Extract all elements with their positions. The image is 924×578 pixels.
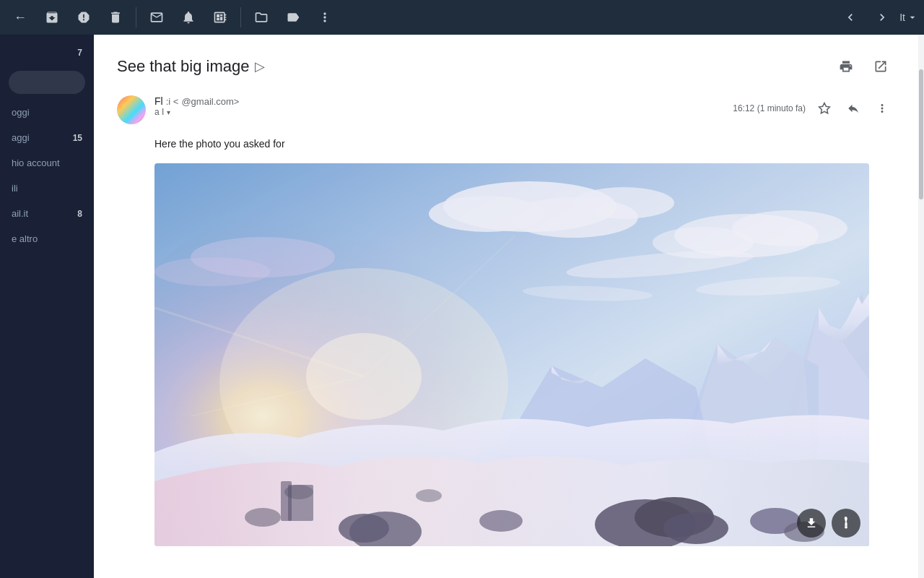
add-task-button[interactable] (206, 3, 235, 32)
sidebar-item-altro[interactable]: e altro (0, 226, 94, 251)
snooze-button[interactable] (174, 3, 203, 32)
label-button[interactable] (279, 3, 308, 32)
divider-1 (136, 7, 136, 27)
sidebar-item-inbox[interactable]: 7 (0, 40, 94, 65)
sidebar-aggi-label: aggi (12, 132, 30, 143)
star-button[interactable] (811, 95, 837, 121)
sidebar-item-aggi[interactable]: aggi 15 (0, 125, 94, 150)
sender-name-row: Fl :i < @gmail.com> (154, 95, 724, 107)
sidebar-item-oggi[interactable]: oggi (0, 100, 94, 125)
sender-to-label: a I (154, 107, 164, 117)
more-actions-button[interactable] (310, 3, 339, 32)
mountain-svg (154, 163, 869, 546)
email-view: See that big image ▷ (94, 35, 918, 578)
email-header-actions (832, 52, 895, 81)
more-message-button[interactable] (869, 95, 895, 121)
sidebar-account-label: hio account (12, 158, 60, 168)
sidebar-search (9, 71, 85, 94)
message-actions (811, 95, 895, 121)
mountain-image (154, 163, 869, 546)
spam-button[interactable] (69, 3, 98, 32)
gmail-badge: 8 (77, 209, 82, 219)
inbox-badge: 7 (77, 48, 82, 58)
open-external-button[interactable] (866, 52, 895, 81)
print-button[interactable] (832, 52, 860, 81)
mark-unread-button[interactable] (142, 3, 171, 32)
sidebar-altro-label: e altro (12, 233, 38, 244)
email-subject: See that big image ▷ (117, 57, 265, 76)
avatar-image (117, 95, 146, 124)
message-meta: 16:12 (1 minuto fa) (733, 95, 895, 121)
sender-name: Fl (154, 95, 163, 107)
sidebar-item-gmail[interactable]: ail.it 8 (0, 201, 94, 226)
email-message: Fl :i < @gmail.com> a I ▾ 16:12 (1 minut… (94, 90, 918, 564)
sidebar-oggi-label: oggi (12, 107, 30, 118)
sender-dropdown-arrow[interactable]: ▾ (167, 108, 170, 116)
sender-email-partial: :i < (166, 96, 179, 107)
main-area: 7 oggi aggi 15 hio account ili ail.it 8 … (0, 35, 924, 578)
sender-to: a I ▾ (154, 107, 724, 117)
svg-rect-38 (154, 163, 869, 546)
back-button[interactable]: ← (6, 3, 35, 32)
aggi-badge: 15 (73, 133, 82, 143)
move-to-button[interactable] (247, 3, 276, 32)
email-body: Here the photo you asked for (154, 136, 895, 152)
reply-button[interactable] (840, 95, 866, 121)
sidebar: 7 oggi aggi 15 hio account ili ail.it 8 … (0, 35, 94, 578)
toolbar-right: It (836, 3, 918, 32)
delete-button[interactable] (101, 3, 130, 32)
divider-2 (240, 7, 241, 27)
main-toolbar: ← It (0, 0, 924, 35)
scrollbar-track[interactable] (918, 35, 924, 578)
message-time: 16:12 (1 minuto fa) (733, 103, 806, 113)
sender-email-full: @gmail.com> (181, 96, 239, 107)
sidebar-item-email[interactable]: ili (0, 176, 94, 201)
sort-label[interactable]: It (899, 12, 918, 23)
sort-label-text: It (899, 12, 905, 23)
sender-info: Fl :i < @gmail.com> a I ▾ (154, 95, 724, 117)
subject-text: See that big image (117, 57, 249, 76)
sidebar-email-label: ili (12, 183, 18, 194)
nav-prev-button[interactable] (836, 3, 865, 32)
sender-row: Fl :i < @gmail.com> a I ▾ 16:12 (1 minut… (117, 95, 895, 124)
sidebar-gmail-label: ail.it (12, 208, 28, 219)
image-overlay-buttons (797, 509, 860, 538)
archive-button[interactable] (38, 3, 66, 32)
email-panel: See that big image ▷ (94, 35, 918, 578)
subject-forward-icon: ▷ (255, 59, 265, 74)
image-report-button[interactable] (832, 509, 860, 538)
email-body-text: Here the photo you asked for (154, 138, 285, 150)
nav-next-button[interactable] (868, 3, 897, 32)
sidebar-item-account[interactable]: hio account (0, 150, 94, 176)
image-download-button[interactable] (797, 509, 826, 538)
scrollbar-thumb[interactable] (919, 69, 923, 199)
svg-marker-0 (819, 103, 830, 113)
email-header: See that big image ▷ (94, 35, 918, 90)
sender-avatar (117, 95, 146, 124)
email-image-container (154, 163, 895, 546)
